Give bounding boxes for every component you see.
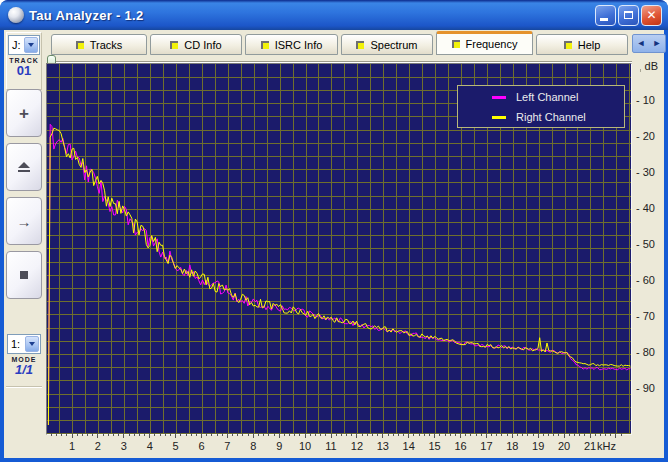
plus-icon: +	[19, 105, 29, 122]
x-tick-label: 8	[250, 440, 256, 452]
x-tick-label: 10	[299, 440, 311, 452]
y-tick-label: - 40	[636, 202, 655, 214]
arrow-right-icon: →	[17, 214, 32, 229]
close-icon: ✕	[646, 9, 656, 21]
y-tick-label: - 20	[636, 130, 655, 142]
close-button[interactable]: ✕	[641, 5, 662, 26]
x-tick-label: 7	[224, 440, 230, 452]
x-tick-label: 21	[584, 440, 596, 452]
mode-select-label: 1:	[8, 338, 25, 350]
x-tick-label: 15	[428, 440, 440, 452]
y-tick-label: - 30	[636, 166, 655, 178]
tab-label: Tracks	[90, 39, 123, 51]
x-tick-label: 1	[69, 440, 75, 452]
x-tick-label: 11	[325, 440, 336, 452]
x-tick-label: 14	[403, 440, 415, 452]
minimize-icon	[600, 18, 608, 21]
sidebar-divider	[6, 386, 42, 388]
drive-track-panel: J: TRACK 01	[6, 32, 42, 90]
x-tick-label: 3	[121, 440, 127, 452]
y-axis: - 10- 20- 30- 40- 50- 60- 70- 80- 90	[634, 63, 664, 435]
x-tick-label: 5	[173, 440, 179, 452]
titlebar[interactable]: Tau Analyzer - 1.2 ✕	[0, 0, 668, 30]
tab-flag-icon	[76, 41, 84, 49]
tab-scroll-left[interactable]: ◄	[637, 39, 646, 48]
track-number: 01	[7, 64, 41, 78]
x-tick-label: 9	[276, 440, 282, 452]
x-tick-label: 4	[147, 440, 153, 452]
tab-scroll-right[interactable]: ►	[653, 39, 662, 48]
x-tick-label: 20	[558, 440, 570, 452]
y-tick-label: - 10	[636, 94, 655, 106]
y-tick-label: - 80	[636, 346, 655, 358]
chart-legend: Left Channel Right Channel	[457, 85, 625, 128]
x-tick-label: 19	[532, 440, 544, 452]
mode-value: 1/1	[6, 363, 42, 377]
x-axis-unit: kHz	[597, 440, 616, 452]
y-tick-label: - 90	[636, 382, 655, 394]
x-tick-label: 2	[95, 440, 101, 452]
tab-flag-icon	[564, 41, 572, 49]
next-button[interactable]: →	[6, 197, 42, 245]
app-window: Tau Analyzer - 1.2 ✕ J: TRACK 01 +→ 1:	[0, 0, 668, 462]
app-icon	[8, 7, 24, 23]
x-tick-label: 17	[480, 440, 492, 452]
legend-label-right: Right Channel	[516, 111, 586, 123]
drive-select-label: J:	[9, 39, 24, 51]
mode-panel: 1: MODE 1/1	[6, 332, 42, 384]
drive-select[interactable]: J:	[8, 35, 40, 55]
tab-tracks[interactable]: Tracks	[51, 34, 147, 55]
maximize-icon	[624, 11, 633, 19]
tab-label: Spectrum	[370, 39, 417, 51]
tab-flag-icon	[261, 41, 269, 49]
x-tick-label: 12	[351, 440, 363, 452]
tab-isrc-info[interactable]: ISRC Info	[245, 34, 338, 55]
x-axis-ticks	[4, 433, 624, 439]
tab-label: Frequency	[466, 38, 518, 50]
x-tick-label: 13	[377, 440, 389, 452]
tab-label: CD Info	[184, 39, 221, 51]
legend-item-right: Right Channel	[458, 108, 624, 126]
stop-icon	[20, 271, 28, 279]
client-area: J: TRACK 01 +→ 1: MODE 1/1 TracksCD Info…	[4, 30, 664, 458]
chevron-down-icon[interactable]	[25, 336, 39, 352]
mode-select[interactable]: 1:	[7, 334, 41, 354]
frequency-chart: Left Channel Right Channel	[46, 63, 632, 435]
stop-button[interactable]	[6, 251, 42, 299]
tab-scroll-buttons: ◄►	[632, 34, 666, 53]
tab-spectrum[interactable]: Spectrum	[341, 34, 433, 55]
tab-bar: TracksCD InfoISRC InfoSpectrumFrequencyH…	[44, 31, 664, 55]
y-tick-label: - 70	[636, 310, 655, 322]
minimize-button[interactable]	[595, 5, 616, 26]
legend-label-left: Left Channel	[516, 91, 578, 103]
add-button[interactable]: +	[6, 89, 42, 137]
chevron-down-icon[interactable]	[24, 37, 38, 53]
tab-flag-icon	[356, 41, 364, 49]
y-tick-label: - 50	[636, 238, 655, 250]
legend-item-left: Left Channel	[458, 88, 624, 106]
x-tick-label: 16	[454, 440, 466, 452]
x-tick-label: 6	[198, 440, 204, 452]
window-title: Tau Analyzer - 1.2	[29, 8, 593, 23]
tab-label: ISRC Info	[275, 39, 323, 51]
sidebar: J: TRACK 01 +→ 1: MODE 1/1	[4, 30, 44, 458]
left-channel-swatch	[492, 96, 506, 99]
maximize-button[interactable]	[618, 5, 639, 26]
x-axis: kHz 123456789101112131415161718192021	[4, 433, 624, 455]
tab-cd-info[interactable]: CD Info	[150, 34, 242, 55]
eject-button[interactable]	[6, 143, 42, 191]
window-controls: ✕	[593, 5, 662, 26]
tab-flag-icon	[452, 40, 460, 48]
right-channel-swatch	[492, 116, 506, 119]
tab-label: Help	[578, 39, 601, 51]
y-tick-label: - 60	[636, 274, 655, 286]
tab-frequency[interactable]: Frequency	[436, 31, 533, 55]
tab-help[interactable]: Help	[536, 34, 628, 55]
x-tick-label: 18	[506, 440, 518, 452]
eject-icon	[18, 162, 30, 172]
tab-flag-icon	[170, 41, 178, 49]
